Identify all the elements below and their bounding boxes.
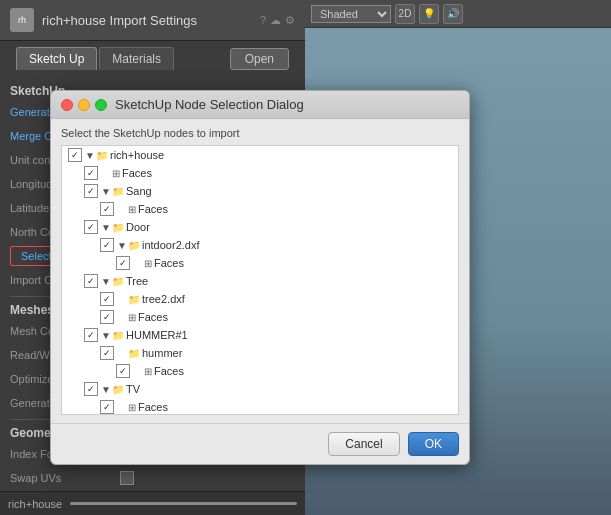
audio-icon[interactable]: 🔊 (443, 4, 463, 24)
tree-checkbox[interactable] (84, 382, 98, 396)
tree-item-label: hummer (142, 347, 182, 359)
tree-item-label: Faces (138, 311, 168, 323)
tree-item[interactable]: 📁hummer (62, 344, 458, 362)
tree-item-label: Faces (122, 167, 152, 179)
tree-checkbox[interactable] (100, 292, 114, 306)
tree-item[interactable]: ▼📁Door (62, 218, 458, 236)
tree-checkbox[interactable] (84, 274, 98, 288)
tab-materials[interactable]: Materials (99, 47, 174, 70)
open-button[interactable]: Open (230, 48, 289, 70)
folder-icon: 📁 (112, 222, 124, 233)
folder-icon: 📁 (128, 294, 140, 305)
panel-title: rich+house Import Settings (42, 13, 197, 28)
tree-item-label: Faces (154, 365, 184, 377)
tree-checkbox[interactable] (84, 166, 98, 180)
tree-item[interactable]: ⊞Faces (62, 362, 458, 380)
folder-icon: 📁 (112, 384, 124, 395)
tree-checkbox[interactable] (100, 346, 114, 360)
tree-item-label: TV (126, 383, 140, 395)
tree-item[interactable]: ▼📁rich+house (62, 146, 458, 164)
tree-checkbox[interactable] (68, 148, 82, 162)
bottom-label: rich+house (8, 498, 62, 510)
tree-item-label: Tree (126, 275, 148, 287)
2d-button[interactable]: 2D (395, 4, 415, 24)
dialog-body: Select the SketchUp nodes to import ▼📁ri… (51, 119, 469, 423)
tree-item[interactable]: ⊞Faces (62, 398, 458, 415)
mesh-icon: ⊞ (128, 402, 136, 413)
tree-item[interactable]: ▼📁Sang (62, 182, 458, 200)
swap-uvs-row: Swap UVs (10, 468, 295, 488)
tree-arrow-icon: ▼ (101, 330, 111, 341)
folder-icon: 📁 (128, 348, 140, 359)
tree-item-label: Sang (126, 185, 152, 197)
icon-text: rh (18, 15, 26, 25)
tab-sketchup[interactable]: Sketch Up (16, 47, 97, 70)
folder-icon: 📁 (112, 186, 124, 197)
light-icon[interactable]: 💡 (419, 4, 439, 24)
panel-header: rh rich+house Import Settings ? ☁ ⚙ (0, 0, 305, 41)
tree-item-label: Faces (154, 257, 184, 269)
tree-item-label: Faces (138, 203, 168, 215)
tree-arrow-icon: ▼ (101, 222, 111, 233)
panel-icon: rh (10, 8, 34, 32)
dialog-title: SketchUp Node Selection Dialog (115, 97, 304, 112)
tree-item[interactable]: ▼📁Tree (62, 272, 458, 290)
tree-checkbox[interactable] (100, 202, 114, 216)
mesh-icon: ⊞ (144, 366, 152, 377)
mesh-icon: ⊞ (128, 312, 136, 323)
tree-arrow-icon: ▼ (101, 276, 111, 287)
tree-item-label: rich+house (110, 149, 164, 161)
tree-item-label: Faces (138, 401, 168, 413)
dialog-subtitle: Select the SketchUp nodes to import (61, 127, 459, 139)
tree-item[interactable]: ⊞Faces (62, 164, 458, 182)
tree-checkbox[interactable] (84, 328, 98, 342)
mesh-icon: ⊞ (144, 258, 152, 269)
tree-item[interactable]: ⊞Faces (62, 308, 458, 326)
tree-checkbox[interactable] (100, 310, 114, 324)
swap-uvs-checkbox[interactable] (120, 471, 134, 485)
tree-item-label: Door (126, 221, 150, 233)
bottom-scrollbar[interactable] (70, 502, 297, 505)
tree-item[interactable]: ▼📁TV (62, 380, 458, 398)
tab-row: Sketch Up Materials (8, 41, 182, 70)
tree-item-label: tree2.dxf (142, 293, 185, 305)
tree-checkbox[interactable] (84, 220, 98, 234)
shaded-select[interactable]: Shaded (311, 5, 391, 23)
tree-item[interactable]: ▼📁intdoor2.dxf (62, 236, 458, 254)
swap-uvs-label: Swap UVs (10, 472, 120, 484)
folder-icon: 📁 (112, 330, 124, 341)
cloud-icon[interactable]: ☁ (270, 14, 281, 27)
right-toolbar: Shaded 2D 💡 🔊 (305, 0, 611, 28)
minimize-traffic-light[interactable] (78, 99, 90, 111)
tree-checkbox[interactable] (100, 400, 114, 414)
panel-controls: ? ☁ ⚙ (260, 14, 295, 27)
tree-arrow-icon: ▼ (85, 150, 95, 161)
help-icon[interactable]: ? (260, 14, 266, 26)
cancel-button[interactable]: Cancel (328, 432, 399, 456)
gear-icon[interactable]: ⚙ (285, 14, 295, 27)
traffic-lights (61, 99, 107, 111)
tree-checkbox[interactable] (116, 364, 130, 378)
tree-checkbox[interactable] (116, 256, 130, 270)
tree-item-label: intdoor2.dxf (142, 239, 199, 251)
tree-arrow-icon: ▼ (117, 240, 127, 251)
tree-arrow-icon: ▼ (101, 186, 111, 197)
mesh-icon: ⊞ (128, 204, 136, 215)
tree-checkbox[interactable] (84, 184, 98, 198)
folder-icon: 📁 (128, 240, 140, 251)
maximize-traffic-light[interactable] (95, 99, 107, 111)
folder-icon: 📁 (96, 150, 108, 161)
folder-icon: 📁 (112, 276, 124, 287)
close-traffic-light[interactable] (61, 99, 73, 111)
ok-button[interactable]: OK (408, 432, 459, 456)
bottom-bar: rich+house (0, 491, 305, 515)
tree-checkbox[interactable] (100, 238, 114, 252)
tree-container[interactable]: ▼📁rich+house⊞Faces▼📁Sang⊞Faces▼📁Door▼📁in… (61, 145, 459, 415)
tree-item[interactable]: ▼📁HUMMER#1 (62, 326, 458, 344)
mesh-icon: ⊞ (112, 168, 120, 179)
dialog-titlebar: SketchUp Node Selection Dialog (51, 91, 469, 119)
tree-item[interactable]: ⊞Faces (62, 200, 458, 218)
tree-item-label: HUMMER#1 (126, 329, 188, 341)
tree-item[interactable]: 📁tree2.dxf (62, 290, 458, 308)
tree-item[interactable]: ⊞Faces (62, 254, 458, 272)
